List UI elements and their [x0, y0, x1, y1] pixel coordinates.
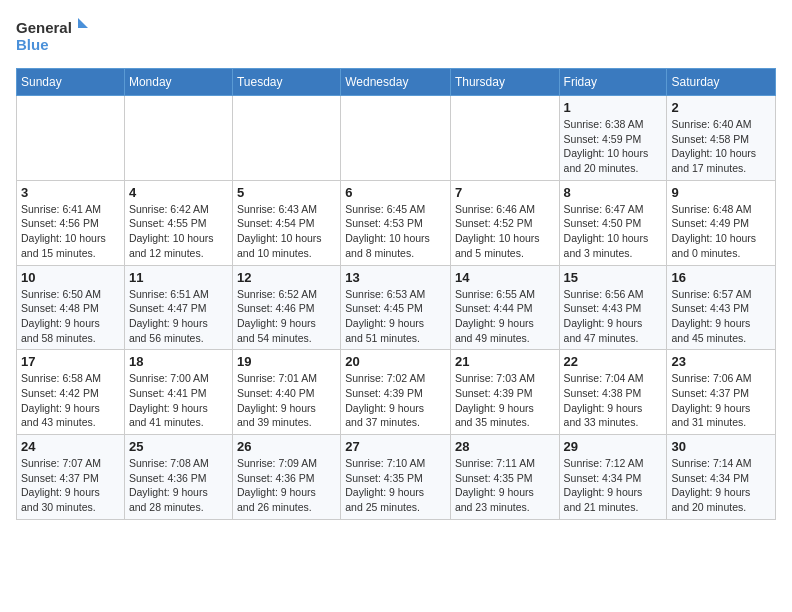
day-number: 3	[21, 185, 120, 200]
calendar-cell: 24Sunrise: 7:07 AM Sunset: 4:37 PM Dayli…	[17, 435, 125, 520]
day-number: 4	[129, 185, 228, 200]
day-number: 15	[564, 270, 663, 285]
day-info: Sunrise: 6:48 AM Sunset: 4:49 PM Dayligh…	[671, 202, 771, 261]
day-number: 20	[345, 354, 446, 369]
day-info: Sunrise: 6:56 AM Sunset: 4:43 PM Dayligh…	[564, 287, 663, 346]
day-number: 22	[564, 354, 663, 369]
weekday-header-friday: Friday	[559, 69, 667, 96]
weekday-header-thursday: Thursday	[450, 69, 559, 96]
day-number: 1	[564, 100, 663, 115]
calendar-cell: 19Sunrise: 7:01 AM Sunset: 4:40 PM Dayli…	[232, 350, 340, 435]
calendar-cell: 21Sunrise: 7:03 AM Sunset: 4:39 PM Dayli…	[450, 350, 559, 435]
day-info: Sunrise: 7:07 AM Sunset: 4:37 PM Dayligh…	[21, 456, 120, 515]
calendar-cell: 10Sunrise: 6:50 AM Sunset: 4:48 PM Dayli…	[17, 265, 125, 350]
weekday-header-saturday: Saturday	[667, 69, 776, 96]
weekday-header-wednesday: Wednesday	[341, 69, 451, 96]
calendar-cell: 14Sunrise: 6:55 AM Sunset: 4:44 PM Dayli…	[450, 265, 559, 350]
weekday-header-row: SundayMondayTuesdayWednesdayThursdayFrid…	[17, 69, 776, 96]
day-number: 26	[237, 439, 336, 454]
calendar-cell: 30Sunrise: 7:14 AM Sunset: 4:34 PM Dayli…	[667, 435, 776, 520]
day-number: 30	[671, 439, 771, 454]
day-number: 18	[129, 354, 228, 369]
day-info: Sunrise: 7:03 AM Sunset: 4:39 PM Dayligh…	[455, 371, 555, 430]
day-info: Sunrise: 7:09 AM Sunset: 4:36 PM Dayligh…	[237, 456, 336, 515]
calendar-week-3: 10Sunrise: 6:50 AM Sunset: 4:48 PM Dayli…	[17, 265, 776, 350]
day-info: Sunrise: 7:00 AM Sunset: 4:41 PM Dayligh…	[129, 371, 228, 430]
page-header: GeneralBlue	[16, 16, 776, 56]
calendar-cell: 20Sunrise: 7:02 AM Sunset: 4:39 PM Dayli…	[341, 350, 451, 435]
calendar-cell: 1Sunrise: 6:38 AM Sunset: 4:59 PM Daylig…	[559, 96, 667, 181]
day-info: Sunrise: 7:11 AM Sunset: 4:35 PM Dayligh…	[455, 456, 555, 515]
day-info: Sunrise: 6:38 AM Sunset: 4:59 PM Dayligh…	[564, 117, 663, 176]
calendar-cell: 5Sunrise: 6:43 AM Sunset: 4:54 PM Daylig…	[232, 180, 340, 265]
calendar-cell: 8Sunrise: 6:47 AM Sunset: 4:50 PM Daylig…	[559, 180, 667, 265]
day-number: 21	[455, 354, 555, 369]
calendar-cell: 18Sunrise: 7:00 AM Sunset: 4:41 PM Dayli…	[124, 350, 232, 435]
day-info: Sunrise: 7:04 AM Sunset: 4:38 PM Dayligh…	[564, 371, 663, 430]
calendar-cell: 9Sunrise: 6:48 AM Sunset: 4:49 PM Daylig…	[667, 180, 776, 265]
weekday-header-monday: Monday	[124, 69, 232, 96]
weekday-header-sunday: Sunday	[17, 69, 125, 96]
day-number: 7	[455, 185, 555, 200]
day-number: 27	[345, 439, 446, 454]
day-number: 25	[129, 439, 228, 454]
calendar-cell: 27Sunrise: 7:10 AM Sunset: 4:35 PM Dayli…	[341, 435, 451, 520]
day-info: Sunrise: 7:01 AM Sunset: 4:40 PM Dayligh…	[237, 371, 336, 430]
day-info: Sunrise: 6:42 AM Sunset: 4:55 PM Dayligh…	[129, 202, 228, 261]
calendar-cell: 15Sunrise: 6:56 AM Sunset: 4:43 PM Dayli…	[559, 265, 667, 350]
calendar-cell	[124, 96, 232, 181]
day-number: 10	[21, 270, 120, 285]
day-info: Sunrise: 6:52 AM Sunset: 4:46 PM Dayligh…	[237, 287, 336, 346]
svg-text:General: General	[16, 19, 72, 36]
calendar-week-1: 1Sunrise: 6:38 AM Sunset: 4:59 PM Daylig…	[17, 96, 776, 181]
calendar-cell: 16Sunrise: 6:57 AM Sunset: 4:43 PM Dayli…	[667, 265, 776, 350]
calendar-week-5: 24Sunrise: 7:07 AM Sunset: 4:37 PM Dayli…	[17, 435, 776, 520]
calendar-cell: 12Sunrise: 6:52 AM Sunset: 4:46 PM Dayli…	[232, 265, 340, 350]
day-number: 19	[237, 354, 336, 369]
day-info: Sunrise: 6:45 AM Sunset: 4:53 PM Dayligh…	[345, 202, 446, 261]
day-info: Sunrise: 6:57 AM Sunset: 4:43 PM Dayligh…	[671, 287, 771, 346]
calendar-cell: 23Sunrise: 7:06 AM Sunset: 4:37 PM Dayli…	[667, 350, 776, 435]
day-info: Sunrise: 7:12 AM Sunset: 4:34 PM Dayligh…	[564, 456, 663, 515]
day-info: Sunrise: 6:50 AM Sunset: 4:48 PM Dayligh…	[21, 287, 120, 346]
calendar-cell	[450, 96, 559, 181]
day-number: 13	[345, 270, 446, 285]
calendar-cell	[17, 96, 125, 181]
calendar-cell: 3Sunrise: 6:41 AM Sunset: 4:56 PM Daylig…	[17, 180, 125, 265]
calendar-cell: 25Sunrise: 7:08 AM Sunset: 4:36 PM Dayli…	[124, 435, 232, 520]
svg-text:Blue: Blue	[16, 36, 49, 53]
day-number: 6	[345, 185, 446, 200]
calendar-cell: 28Sunrise: 7:11 AM Sunset: 4:35 PM Dayli…	[450, 435, 559, 520]
calendar-cell: 6Sunrise: 6:45 AM Sunset: 4:53 PM Daylig…	[341, 180, 451, 265]
day-number: 17	[21, 354, 120, 369]
day-number: 9	[671, 185, 771, 200]
day-number: 24	[21, 439, 120, 454]
logo: GeneralBlue	[16, 16, 96, 56]
day-info: Sunrise: 7:02 AM Sunset: 4:39 PM Dayligh…	[345, 371, 446, 430]
day-info: Sunrise: 6:41 AM Sunset: 4:56 PM Dayligh…	[21, 202, 120, 261]
day-info: Sunrise: 7:14 AM Sunset: 4:34 PM Dayligh…	[671, 456, 771, 515]
calendar-cell	[232, 96, 340, 181]
day-info: Sunrise: 7:08 AM Sunset: 4:36 PM Dayligh…	[129, 456, 228, 515]
weekday-header-tuesday: Tuesday	[232, 69, 340, 96]
calendar-cell: 7Sunrise: 6:46 AM Sunset: 4:52 PM Daylig…	[450, 180, 559, 265]
logo-icon: GeneralBlue	[16, 16, 96, 56]
day-info: Sunrise: 6:47 AM Sunset: 4:50 PM Dayligh…	[564, 202, 663, 261]
day-info: Sunrise: 6:51 AM Sunset: 4:47 PM Dayligh…	[129, 287, 228, 346]
day-info: Sunrise: 6:43 AM Sunset: 4:54 PM Dayligh…	[237, 202, 336, 261]
day-number: 12	[237, 270, 336, 285]
day-number: 5	[237, 185, 336, 200]
calendar-week-2: 3Sunrise: 6:41 AM Sunset: 4:56 PM Daylig…	[17, 180, 776, 265]
day-info: Sunrise: 7:10 AM Sunset: 4:35 PM Dayligh…	[345, 456, 446, 515]
calendar-cell: 13Sunrise: 6:53 AM Sunset: 4:45 PM Dayli…	[341, 265, 451, 350]
day-number: 28	[455, 439, 555, 454]
day-info: Sunrise: 6:58 AM Sunset: 4:42 PM Dayligh…	[21, 371, 120, 430]
day-info: Sunrise: 6:53 AM Sunset: 4:45 PM Dayligh…	[345, 287, 446, 346]
calendar-cell: 29Sunrise: 7:12 AM Sunset: 4:34 PM Dayli…	[559, 435, 667, 520]
svg-marker-2	[78, 18, 88, 28]
day-number: 23	[671, 354, 771, 369]
day-number: 2	[671, 100, 771, 115]
calendar-cell	[341, 96, 451, 181]
calendar-cell: 11Sunrise: 6:51 AM Sunset: 4:47 PM Dayli…	[124, 265, 232, 350]
day-info: Sunrise: 7:06 AM Sunset: 4:37 PM Dayligh…	[671, 371, 771, 430]
